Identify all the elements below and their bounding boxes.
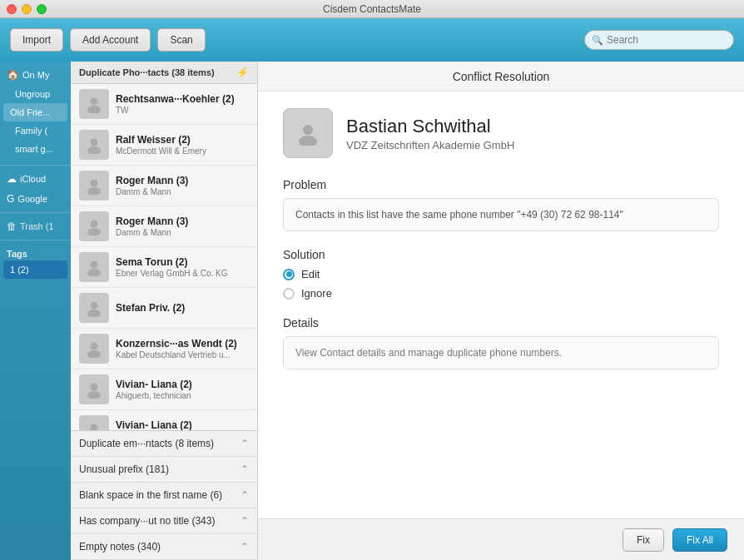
radio-edit-row[interactable]: Edit (283, 268, 719, 280)
scan-button[interactable]: Scan (157, 28, 205, 52)
svg-point-4 (91, 180, 98, 187)
contact-item[interactable]: Rechtsanwa···Koehler (2) TW (71, 84, 257, 125)
group-row[interactable]: Blank space in the first name (6) ⌃ (71, 483, 257, 508)
sidebar-label-oldfrie: Old Frie... (10, 107, 50, 117)
contact-name: Vivian- Liana (2) (116, 419, 249, 430)
titlebar: Cisdem ContactsMate (0, 0, 744, 18)
svg-point-8 (91, 261, 98, 269)
window-controls (7, 4, 47, 14)
sidebar-item-tag1[interactable]: 1 (2) (3, 260, 67, 279)
fix-button[interactable]: Fix (622, 528, 664, 552)
details-box: View Contact details and manage duplicat… (283, 336, 719, 369)
contact-main-name: Bastian Schwithal (346, 116, 514, 137)
content-panel: Conflict Resolution Bastian Schwithal VD… (258, 62, 744, 560)
radio-edit[interactable] (283, 269, 295, 280)
contact-sub: Kabel Deutschland Vertrieb u... (116, 350, 249, 359)
search-input[interactable] (607, 34, 723, 46)
sidebar-label-onmy: On My (22, 70, 49, 80)
contact-avatar (79, 252, 109, 282)
contact-avatar (79, 293, 109, 323)
radio-ignore-row[interactable]: Ignore (283, 287, 719, 300)
group-header-label: Duplicate Pho···tacts (38 items) (79, 67, 215, 77)
contact-avatar (79, 89, 109, 119)
svg-point-1 (87, 106, 101, 113)
group-row[interactable]: Duplicate em···ntacts (8 items) ⌃ (71, 431, 257, 457)
contact-sub: Damm & Mann (116, 187, 249, 196)
contact-name: Ralf Weisser (2) (116, 134, 249, 146)
minimize-button[interactable] (22, 4, 32, 14)
sidebar-item-smartg[interactable]: smart g... (0, 140, 71, 158)
contact-info: Roger Mann (3) Damm & Mann (116, 175, 249, 196)
sidebar-item-trash[interactable]: 🗑 Trash (1 (0, 216, 71, 236)
contact-item[interactable]: Roger Mann (3) Damm & Mann (71, 206, 257, 247)
toolbar: Import Add Account Scan 🔍 (0, 18, 744, 62)
search-icon: 🔍 (592, 35, 603, 46)
svg-point-3 (87, 146, 101, 154)
app-title: Cisdem ContactsMate (323, 3, 421, 15)
svg-point-12 (91, 343, 98, 350)
trash-icon: 🗑 (7, 221, 17, 232)
contact-avatar (79, 374, 109, 404)
contact-info-block: Bastian Schwithal VDZ Zeitschriften Akad… (346, 116, 514, 151)
close-button[interactable] (7, 4, 17, 14)
fix-all-button[interactable]: Fix All (672, 528, 727, 552)
problem-text: Contacts in this list have the same phon… (295, 209, 623, 221)
svg-point-10 (91, 302, 98, 310)
sidebar-label-family: Family ( (15, 126, 47, 136)
sidebar: 🏠 On My Ungroup Old Frie... Family ( sma… (0, 62, 71, 560)
contact-item[interactable]: Stefan Priv. (2) (71, 288, 257, 329)
expand-icon: ⌃ (241, 463, 249, 475)
list-group-header[interactable]: Duplicate Pho···tacts (38 items) ⚡ (71, 62, 257, 84)
conflict-header-label: Conflict Resolution (453, 70, 550, 83)
ignore-label: Ignore (301, 287, 332, 300)
maximize-button[interactable] (37, 4, 47, 14)
group-row[interactable]: Empty notes (340) ⌃ (71, 534, 257, 560)
sidebar-label-tag1: 1 (2) (10, 265, 29, 275)
expand-icon: ⌃ (241, 541, 249, 553)
details-text: View Contact details and manage duplicat… (295, 347, 562, 359)
expand-icon: ⌃ (241, 515, 249, 527)
contact-item[interactable]: Vivian- Liana (2) Ahiguerb, technician (71, 369, 257, 410)
group-row-label: Has company···ut no title (343) (79, 515, 215, 527)
radio-ignore[interactable] (283, 288, 295, 300)
sidebar-item-ungroup[interactable]: Ungroup (0, 85, 71, 103)
svg-point-11 (87, 310, 101, 317)
problem-label: Problem (283, 178, 719, 191)
group-row[interactable]: Unusual prefix (181) ⌃ (71, 457, 257, 483)
sidebar-label-trash: Trash (1 (20, 221, 54, 231)
expand-icon: ⌃ (241, 438, 249, 449)
contact-item[interactable]: Vivian- Liana (2) Ahiguerb, technician (71, 410, 257, 430)
contact-name: Roger Mann (3) (116, 216, 249, 227)
sidebar-label-google: Google (17, 194, 47, 204)
solution-section: Solution Edit Ignore (283, 248, 719, 300)
contact-sub: TW (116, 106, 249, 115)
svg-point-9 (87, 269, 101, 276)
contact-item[interactable]: Ralf Weisser (2) McDermott Will & Emery (71, 125, 257, 166)
svg-point-2 (91, 139, 98, 146)
search-box: 🔍 (584, 30, 734, 50)
sidebar-item-oldfrie[interactable]: Old Frie... (3, 103, 67, 121)
svg-point-7 (87, 228, 101, 235)
contact-item[interactable]: Konzernsic···as Wendt (2) Kabel Deutschl… (71, 329, 257, 369)
contact-avatar (79, 171, 109, 201)
contact-info: Ralf Weisser (2) McDermott Will & Emery (116, 134, 249, 156)
contact-avatar (79, 334, 109, 364)
conflict-body: Bastian Schwithal VDZ Zeitschriften Akad… (258, 92, 744, 518)
svg-point-13 (87, 350, 101, 358)
sidebar-item-onmy[interactable]: 🏠 On My (0, 65, 71, 85)
group-row-label: Empty notes (340) (79, 541, 161, 553)
contact-item[interactable]: Sema Torun (2) Ebner Verlag GmbH & Co. K… (71, 247, 257, 288)
contact-name: Sema Torun (2) (116, 256, 249, 268)
group-row[interactable]: Has company···ut no title (343) ⌃ (71, 508, 257, 534)
contact-name: Vivian- Liana (2) (116, 379, 249, 390)
sidebar-item-google[interactable]: G Google (0, 189, 71, 209)
sidebar-item-icloud[interactable]: ☁ iCloud (0, 169, 71, 189)
import-button[interactable]: Import (10, 28, 63, 52)
filter-icon: ⚡ (236, 67, 249, 78)
expand-icon: ⌃ (241, 489, 249, 501)
contact-item[interactable]: Roger Mann (3) Damm & Mann (71, 166, 257, 206)
svg-point-20 (303, 125, 313, 135)
add-account-button[interactable]: Add Account (70, 28, 151, 52)
svg-point-21 (299, 136, 317, 146)
sidebar-item-family[interactable]: Family ( (0, 121, 71, 140)
